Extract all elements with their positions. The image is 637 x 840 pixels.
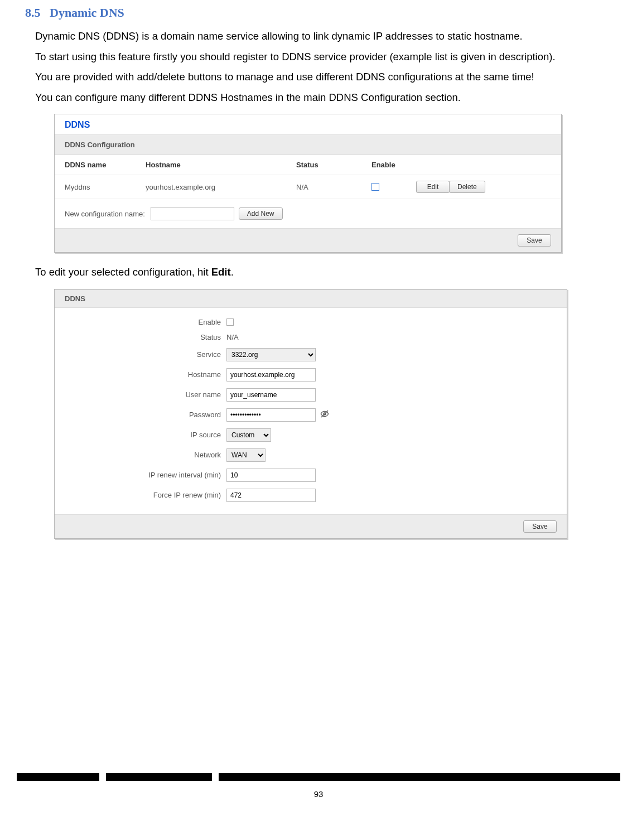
label-forceip: Force IP renew (min) xyxy=(65,491,226,499)
paragraph: You can configure many different DDNS Ho… xyxy=(35,89,626,107)
panel-footer: Save xyxy=(55,514,567,538)
new-config-row: New configuration name: Add New xyxy=(55,199,561,228)
label-password: Password xyxy=(65,411,226,419)
label-enable: Enable xyxy=(65,318,226,326)
footer-segment xyxy=(219,773,620,781)
paragraph: You are provided with add/delete buttons… xyxy=(35,69,626,86)
form-row-enable: Enable xyxy=(55,315,567,330)
form-row-ipsource: IP source Custom xyxy=(55,425,567,445)
save-button[interactable]: Save xyxy=(518,234,551,247)
col-header-hostname: Hostname xyxy=(146,161,296,169)
label-network: Network xyxy=(65,451,226,459)
add-new-button[interactable]: Add New xyxy=(239,207,283,220)
ddns-config-panel: DDNS DDNS Configuration DDNS name Hostna… xyxy=(54,114,562,253)
form-row-password: Password xyxy=(55,405,567,425)
form-row-network: Network WAN xyxy=(55,445,567,465)
forceip-input[interactable] xyxy=(226,489,316,502)
page-number: 93 xyxy=(0,789,637,799)
label-ipsource: IP source xyxy=(65,431,226,439)
section-number: 8.5 xyxy=(25,6,41,20)
section-heading: 8.5 Dynamic DNS xyxy=(25,6,626,20)
col-header-status: Status xyxy=(296,161,371,169)
delete-button[interactable]: Delete xyxy=(449,181,485,193)
ddns-edit-panel: DDNS Enable Status N/A Service 3322.org xyxy=(54,289,567,539)
enable-checkbox[interactable] xyxy=(226,318,234,326)
value-status: N/A xyxy=(226,333,239,341)
network-select[interactable]: WAN xyxy=(226,448,266,462)
form-row-status: Status N/A xyxy=(55,330,567,345)
new-config-input[interactable] xyxy=(151,207,234,220)
hostname-input[interactable] xyxy=(226,368,316,382)
form-row-iprenew: IP renew interval (min) xyxy=(55,465,567,485)
label-status: Status xyxy=(65,333,226,341)
label-hostname: Hostname xyxy=(65,370,226,379)
footer-segment xyxy=(106,773,212,781)
form-row-forceip: Force IP renew (min) xyxy=(55,485,567,505)
password-input[interactable] xyxy=(226,408,316,422)
paragraph: Dynamic DNS (DDNS) is a domain name serv… xyxy=(35,28,626,45)
col-header-enable: Enable xyxy=(371,161,416,169)
form-row-service: Service 3322.org xyxy=(55,345,567,365)
cell-hostname: yourhost.example.org xyxy=(146,183,296,191)
eye-icon[interactable] xyxy=(320,409,329,420)
ipsource-select[interactable]: Custom xyxy=(226,428,271,442)
footer-bar xyxy=(0,773,637,781)
iprenew-input[interactable] xyxy=(226,469,316,482)
col-header-name: DDNS name xyxy=(65,161,146,169)
edit-button[interactable]: Edit xyxy=(416,181,450,193)
label-service: Service xyxy=(65,350,226,359)
form-row-username: User name xyxy=(55,385,567,405)
form-row-hostname: Hostname xyxy=(55,365,567,385)
section-title: Dynamic DNS xyxy=(50,6,124,20)
footer-segment xyxy=(17,773,99,781)
panel-title: DDNS xyxy=(55,289,567,308)
cell-ddns-name: Myddns xyxy=(65,183,146,191)
save-button[interactable]: Save xyxy=(523,520,557,533)
label-username: User name xyxy=(65,390,226,399)
table-header-row: DDNS name Hostname Status Enable xyxy=(55,155,561,175)
new-config-label: New configuration name: xyxy=(65,210,145,218)
paragraph: To edit your selected configuration, hit… xyxy=(35,264,626,281)
paragraph: To start using this feature firstly you … xyxy=(35,49,626,66)
table-row: Myddns yourhost.example.org N/A EditDele… xyxy=(55,175,561,199)
label-iprenew: IP renew interval (min) xyxy=(65,471,226,479)
panel-title: DDNS xyxy=(55,114,561,134)
username-input[interactable] xyxy=(226,388,316,402)
panel-subheader: DDNS Configuration xyxy=(55,134,561,155)
service-select[interactable]: 3322.org xyxy=(226,348,316,361)
cell-status: N/A xyxy=(296,183,371,191)
panel-footer: Save xyxy=(55,228,561,252)
enable-checkbox[interactable] xyxy=(371,183,379,191)
